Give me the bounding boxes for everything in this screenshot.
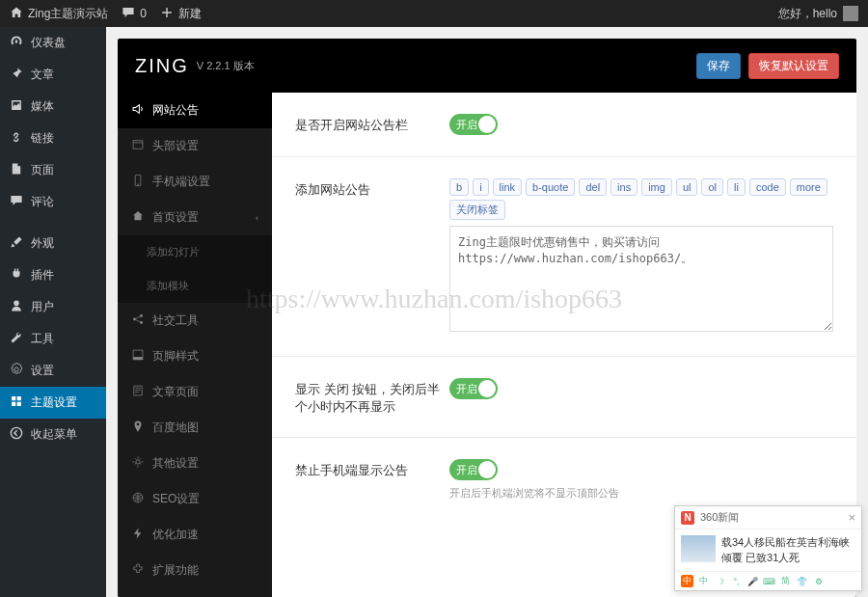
plus-icon (160, 6, 174, 22)
new-label: 新建 (178, 6, 202, 22)
comments-link[interactable]: 0 (122, 6, 147, 22)
admin-topbar: Zing主题演示站 0 新建 您好，hello (0, 0, 868, 27)
comments-count: 0 (140, 7, 147, 20)
site-name: Zing主题演示站 (28, 6, 108, 22)
comment-icon (122, 6, 135, 22)
avatar[interactable] (843, 6, 858, 21)
new-link[interactable]: 新建 (160, 6, 202, 22)
site-link[interactable]: Zing主题演示站 (10, 6, 108, 22)
home-icon (10, 6, 23, 22)
greeting[interactable]: 您好，hello (778, 6, 837, 22)
